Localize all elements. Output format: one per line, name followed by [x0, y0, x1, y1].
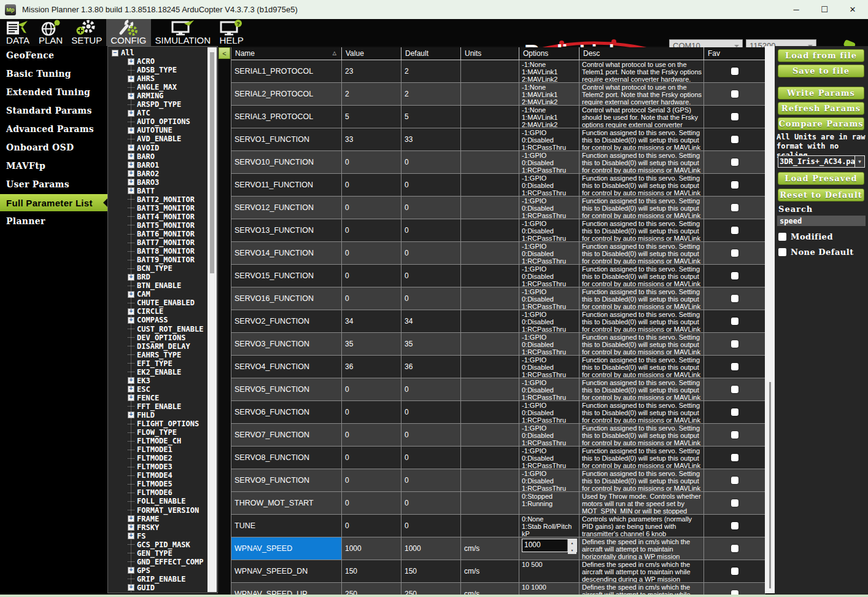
param-row-SERVO3_FUNCTION[interactable]: SERVO3_FUNCTION3535-1:GPIO 0:Disabled 1:…	[231, 333, 765, 356]
cell-value[interactable]: 0	[342, 515, 401, 537]
cell-value[interactable]: 0	[342, 469, 401, 491]
expand-box-icon[interactable]: +	[128, 93, 134, 99]
minimize-button[interactable]: ─	[782, 0, 810, 19]
filter-checkbox-none-default[interactable]: None Default	[778, 248, 854, 257]
expand-box-icon[interactable]: +	[128, 162, 134, 168]
sidebar-item-basic-tuning[interactable]: Basic Tuning	[0, 64, 107, 83]
tree-item-BATT2_MONITOR[interactable]: BATT2_MONITOR	[128, 195, 203, 204]
refresh-params-button[interactable]: Refresh Params	[778, 102, 864, 115]
tree-item-BCN_TYPE[interactable]: BCN_TYPE	[128, 264, 203, 273]
expand-box-icon[interactable]: +	[128, 76, 134, 82]
expand-box-icon[interactable]: +	[128, 567, 134, 574]
fav-checkbox[interactable]	[731, 499, 738, 507]
expand-box-icon[interactable]: +	[128, 110, 134, 117]
expand-box-icon[interactable]: +	[128, 58, 134, 65]
filter-checkbox-modified[interactable]: Modified	[778, 232, 833, 241]
column-header-units[interactable]: Units	[461, 47, 519, 60]
fav-checkbox[interactable]	[731, 272, 738, 279]
cell-name[interactable]: SERVO15_FUNCTION	[231, 265, 342, 287]
fav-checkbox[interactable]	[731, 386, 738, 393]
sidebar-item-geofence[interactable]: GeoFence	[0, 46, 107, 64]
tree-item-BATT6_MONITOR[interactable]: BATT6_MONITOR	[128, 230, 203, 238]
cell-name[interactable]: SERVO11_FUNCTION	[231, 174, 342, 196]
cell-value[interactable]: 0	[342, 242, 401, 264]
cell-name[interactable]: SERVO12_FUNCTION	[231, 197, 342, 219]
cell-name[interactable]: WPNAV_SPEED_DN	[231, 560, 342, 582]
expand-box-icon[interactable]: +	[128, 412, 134, 418]
table-scrollbar-thumb[interactable]	[769, 382, 771, 588]
tree-item-DEV_OPTIONS[interactable]: DEV_OPTIONS	[128, 334, 203, 342]
close-button[interactable]: ✕	[839, 0, 867, 19]
write-params-button[interactable]: Write Params	[778, 87, 864, 99]
tree-item-GEN_TYPE[interactable]: GEN_TYPE	[128, 549, 203, 558]
tree-item-EAHRS_TYPE[interactable]: EAHRS_TYPE	[128, 351, 203, 359]
table-scrollbar[interactable]	[765, 46, 775, 593]
cell-value[interactable]: 2	[342, 83, 401, 105]
fav-checkbox[interactable]	[731, 227, 738, 234]
tree-scrollbar-thumb[interactable]	[210, 52, 214, 273]
fav-checkbox[interactable]	[731, 204, 738, 211]
tree-item-BATT8_MONITOR[interactable]: BATT8_MONITOR	[128, 247, 203, 256]
tree-item-ATC[interactable]: +ATC	[128, 109, 203, 117]
cell-value[interactable]: 1000	[342, 537, 401, 560]
cell-value[interactable]: 0	[342, 287, 401, 310]
preset-file-select[interactable]: 3DR_Iris+_AC34.param ▼	[778, 155, 865, 168]
sidebar-item-planner[interactable]: Planner	[0, 212, 107, 230]
fav-checkbox[interactable]	[731, 181, 738, 189]
cell-name[interactable]: SERVO16_FUNCTION	[231, 287, 342, 310]
expand-box-icon[interactable]: +	[128, 291, 134, 298]
tree-item-BATT[interactable]: +BATT	[128, 187, 203, 195]
toolbar-item-setup[interactable]: SETUP	[67, 19, 106, 46]
chevron-down-icon[interactable]: ▼	[855, 155, 865, 168]
cell-name[interactable]: SERVO5_FUNCTION	[231, 378, 342, 400]
expand-box-icon[interactable]: +	[128, 394, 134, 401]
fav-checkbox[interactable]	[731, 454, 738, 461]
tree-item-ESC[interactable]: +ESC	[128, 385, 203, 394]
value-spinner[interactable]: 1000▲▼	[522, 539, 577, 552]
tree-item-FLTMODE3[interactable]: FLTMODE3	[128, 462, 203, 471]
cell-value[interactable]: 0	[342, 424, 401, 446]
reset-to-default-button[interactable]: Reset to Default	[778, 189, 864, 201]
expand-box-icon[interactable]: +	[128, 144, 134, 151]
cell-name[interactable]: SERVO4_FUNCTION	[231, 356, 342, 378]
tree-item-ARSPD_TYPE[interactable]: ARSPD_TYPE	[128, 100, 203, 109]
tree-item-ARMING[interactable]: +ARMING	[128, 92, 203, 100]
cell-name[interactable]: SERIAL2_PROTOCOL	[231, 83, 342, 105]
tree-item-AVD_ENABLE[interactable]: AVD_ENABLE	[128, 135, 203, 143]
tree-item-FFT_ENABLE[interactable]: FFT_ENABLE	[128, 402, 203, 411]
expand-box-icon[interactable]: +	[128, 377, 134, 384]
search-input[interactable]	[777, 216, 866, 226]
cell-name[interactable]: SERVO6_FUNCTION	[231, 401, 342, 423]
sidebar-item-mavftp[interactable]: MAVFtp	[0, 157, 107, 175]
fav-checkbox[interactable]	[731, 90, 738, 98]
tree-item-FORMAT_VERSION[interactable]: FORMAT_VERSION	[128, 505, 203, 514]
cell-name[interactable]: SERVO9_FUNCTION	[231, 469, 342, 491]
cell-value[interactable]: 33	[342, 128, 401, 150]
expand-box-icon[interactable]: +	[128, 274, 134, 281]
tree-item-BARO3[interactable]: +BARO3	[128, 178, 203, 187]
cell-name[interactable]: THROW_MOT_START	[231, 492, 342, 514]
column-header-fav[interactable]: Fav	[704, 47, 765, 60]
cell-value[interactable]: 0	[342, 447, 401, 469]
cell-value[interactable]: 0	[342, 219, 401, 241]
toolbar-item-simulation[interactable]: SIMULATION	[151, 19, 215, 46]
param-row-SERVO9_FUNCTION[interactable]: SERVO9_FUNCTION00-1:GPIO 0:Disabled 1:RC…	[231, 469, 765, 492]
fav-checkbox[interactable]	[731, 113, 738, 120]
expand-box-icon[interactable]: +	[128, 584, 134, 591]
cell-value[interactable]: 0	[342, 265, 401, 287]
tree-item-CIRCLE[interactable]: +CIRCLE	[128, 307, 203, 316]
cell-value[interactable]: 0	[342, 197, 401, 219]
cell-name[interactable]: SERVO7_FUNCTION	[231, 424, 342, 446]
expand-box-icon[interactable]: +	[128, 127, 134, 134]
param-row-SERVO6_FUNCTION[interactable]: SERVO6_FUNCTION00-1:GPIO 0:Disabled 1:RC…	[231, 401, 765, 424]
cell-name[interactable]: SERVO3_FUNCTION	[231, 333, 342, 355]
fav-checkbox[interactable]	[731, 431, 738, 439]
tree-item-All[interactable]: −All	[112, 49, 203, 57]
column-header-name[interactable]: Name△	[231, 47, 342, 60]
cell-name[interactable]: TUNE	[231, 515, 342, 537]
expand-box-icon[interactable]: +	[128, 153, 134, 160]
cell-value[interactable]: 5	[342, 106, 401, 128]
expand-box-icon[interactable]: +	[128, 187, 134, 194]
tree-item-BTN_ENABLE[interactable]: BTN_ENABLE	[128, 281, 203, 290]
tree-item-AHRS[interactable]: +AHRS	[128, 74, 203, 83]
